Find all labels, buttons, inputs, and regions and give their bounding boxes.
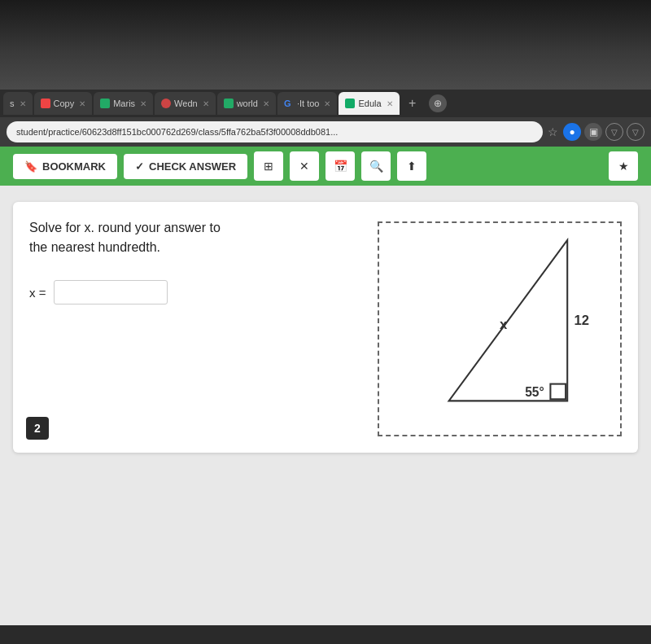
checkmark-icon: ✓ [135,160,144,173]
tab-wedn-icon [161,99,171,108]
triangle-shape [449,240,568,401]
tab-copy-label: Copy [54,99,75,108]
search-button[interactable]: 🔍 [361,151,391,181]
main-content: Solve for x. round your answer to the ne… [0,186,651,593]
search-icon: 🔍 [369,160,383,173]
question-line2: the nearest hundredth. [29,240,160,254]
tab-world[interactable]: world ✕ [217,92,276,115]
tab-ittoo[interactable]: G ·It too ✕ [277,92,338,115]
tab-maris-close[interactable]: ✕ [140,99,146,108]
grid-icon: ⊞ [264,160,273,173]
question-side: Solve for x. round your answer to the ne… [29,218,378,304]
tab-edula[interactable]: Edula ✕ [339,92,399,115]
tab-s-close[interactable]: ✕ [20,99,26,108]
answer-input[interactable] [54,280,168,304]
extension-icon1[interactable]: ▣ [584,123,602,141]
tab-ittoo-label: ·It too [297,99,320,108]
tab-ittoo-icon: G [284,99,294,108]
address-bar: ☆ ● ▣ ▽ ▽ [0,117,651,147]
label-x: x [500,317,508,332]
answer-row: x = [29,280,361,304]
calendar-button[interactable]: 📅 [326,151,355,181]
tab-world-icon [224,99,234,108]
close-button[interactable]: ✕ [290,151,319,181]
bookmark-star-icon[interactable]: ☆ [548,125,558,138]
shield-icon2[interactable]: ▽ [627,123,644,141]
extensions-button[interactable]: ⊕ [429,94,447,112]
camera-background [0,0,651,90]
tab-edula-close[interactable]: ✕ [387,99,393,108]
diagram-inner: x 12 55° [379,223,620,435]
label-55: 55° [525,385,544,399]
bookmark-label: BOOKMARK [42,160,106,173]
grid-button[interactable]: ⊞ [254,151,283,181]
tab-copy-close[interactable]: ✕ [79,99,85,108]
tab-maris-icon [100,99,110,108]
close-icon: ✕ [299,160,309,173]
bookmark-icon: 🔖 [24,160,37,173]
calendar-icon: 📅 [334,160,347,173]
tab-wedn-label: Wedn [174,99,198,108]
right-angle-marker [550,384,566,400]
tab-wedn-close[interactable]: ✕ [203,99,209,108]
tab-bar: s ✕ Copy ✕ Maris ✕ Wedn ✕ world ✕ G ·It … [0,90,651,117]
new-tab-button[interactable]: + [401,92,424,115]
question-number-badge: 2 [26,417,49,440]
answer-label: x = [29,286,46,300]
address-action-icons: ● ▣ ▽ ▽ [563,123,644,141]
url-input[interactable] [7,121,543,142]
profile-icon[interactable]: ● [563,123,581,141]
question-line1: Solve for x. round your answer to [29,221,221,234]
shield-icon[interactable]: ▽ [605,123,623,141]
star-settings-icon: ★ [618,160,629,173]
tab-world-close[interactable]: ✕ [263,99,269,108]
check-answer-label: CHECK ANSWER [149,160,236,173]
tab-s[interactable]: s ✕ [3,92,33,115]
page-number: 2 [34,422,41,435]
upload-icon: ⬆ [407,160,417,173]
tab-s-label: s [10,99,15,108]
tab-edula-icon [345,99,355,108]
tab-maris[interactable]: Maris ✕ [94,92,153,115]
question-card: Solve for x. round your answer to the ne… [13,202,638,453]
tab-wedn[interactable]: Wedn ✕ [155,92,216,115]
tab-copy-icon [41,99,50,108]
tab-maris-label: Maris [113,99,135,108]
tab-world-label: world [237,99,258,108]
tab-copy[interactable]: Copy ✕ [34,92,93,115]
upload-button[interactable]: ⬆ [397,151,426,181]
toolbar: 🔖 BOOKMARK ✓ CHECK ANSWER ⊞ ✕ 📅 🔍 ⬆ ★ [0,147,651,186]
extra-button[interactable]: ★ [609,151,638,181]
triangle-diagram: x 12 55° [379,223,620,435]
check-answer-button[interactable]: ✓ CHECK ANSWER [124,154,247,179]
bottom-bar [0,593,651,625]
question-text: Solve for x. round your answer to the ne… [29,218,361,257]
label-12: 12 [575,313,590,328]
tab-ittoo-close[interactable]: ✕ [324,99,330,108]
diagram-side: x 12 55° [378,221,622,436]
tab-edula-label: Edula [358,99,381,108]
bookmark-button[interactable]: 🔖 BOOKMARK [13,154,117,179]
